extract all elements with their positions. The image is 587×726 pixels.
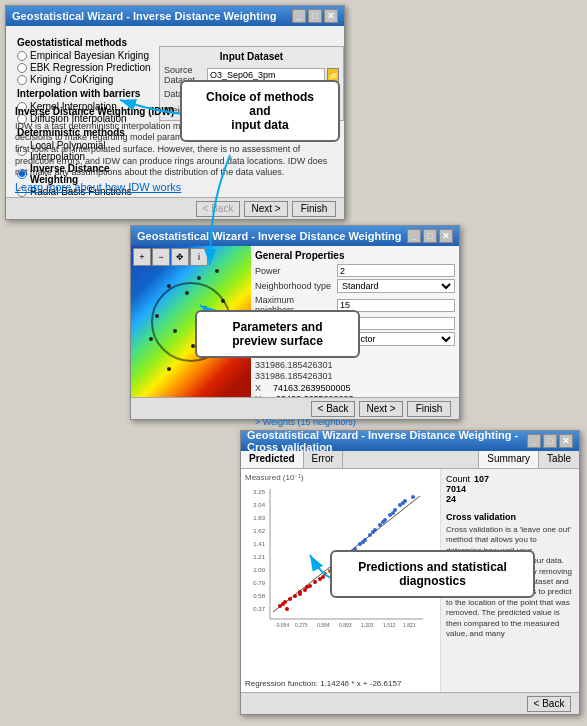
svg-point-51	[321, 575, 325, 579]
win1-close[interactable]: ✕	[324, 9, 338, 23]
svg-point-24	[293, 594, 297, 598]
svg-point-39	[368, 533, 372, 537]
win3-tab-bar: Predicted Error Summary Table	[241, 451, 579, 469]
win1-controls[interactable]: _ □ ✕	[292, 9, 338, 23]
svg-text:2.04: 2.04	[253, 502, 265, 508]
svg-point-55	[361, 540, 365, 544]
x-coord-value: 74163.2639500005	[273, 383, 351, 393]
win2-controls[interactable]: _ □ ✕	[407, 229, 453, 243]
callout-diagnostics-text: Predictions and statisticaldiagnostics	[358, 560, 507, 588]
callout-diagnostics: Predictions and statisticaldiagnostics	[330, 550, 535, 598]
win2-back-button[interactable]: < Back	[311, 401, 355, 417]
tab-error[interactable]: Error	[304, 451, 343, 468]
svg-point-57	[381, 520, 385, 524]
neighborhood-label: Neighborhood type	[255, 281, 335, 291]
svg-text:0.275: 0.275	[295, 622, 308, 628]
svg-text:0.584: 0.584	[317, 622, 330, 628]
win3-back-button[interactable]: < Back	[527, 696, 571, 712]
svg-text:0.79: 0.79	[253, 580, 265, 586]
svg-point-23	[288, 597, 292, 601]
win3-close[interactable]: ✕	[559, 434, 573, 448]
svg-text:0.58: 0.58	[253, 593, 265, 599]
win1-finish-button[interactable]: Finish	[292, 201, 336, 217]
input-dataset-title: Input Dataset	[164, 51, 339, 62]
win3-maximize[interactable]: □	[543, 434, 557, 448]
win1-next-button[interactable]: Next >	[244, 201, 288, 217]
callout-methods: Choice of methods andinput data	[180, 80, 340, 142]
win2-next-button[interactable]: Next >	[359, 401, 403, 417]
svg-point-58	[391, 511, 395, 515]
svg-text:1.821: 1.821	[403, 622, 416, 628]
callout-parameters: Parameters andpreview surface	[195, 310, 360, 358]
svg-point-28	[313, 580, 317, 584]
power-input[interactable]	[337, 264, 455, 277]
val2: 24	[446, 494, 456, 504]
svg-text:1.00: 1.00	[253, 567, 265, 573]
right-tabs: Summary Table	[478, 451, 579, 468]
svg-text:1.512: 1.512	[383, 622, 396, 628]
svg-text:1.62: 1.62	[253, 528, 265, 534]
win3-title: Geostatistical Wizard - Inverse Distance…	[247, 429, 527, 453]
win2-finish-button[interactable]: Finish	[407, 401, 451, 417]
win2-minimize[interactable]: _	[407, 229, 421, 243]
radio-kriging[interactable]: Kriging / CoKriging	[17, 74, 157, 85]
win1-maximize[interactable]: □	[308, 9, 322, 23]
win2-footer: < Back Next > Finish	[131, 397, 459, 419]
x-coord-label: X	[255, 383, 273, 393]
neighborhood-select[interactable]: Standard	[337, 279, 455, 293]
svg-text:1.21: 1.21	[253, 554, 265, 560]
geostatistical-section-title: Geostatistical methods	[17, 37, 157, 48]
win1-titlebar: Geostatistical Wizard - Inverse Distance…	[6, 6, 344, 26]
svg-text:-0.054: -0.054	[275, 622, 289, 628]
callout-parameters-text: Parameters andpreview surface	[232, 320, 323, 348]
svg-point-47	[285, 607, 289, 611]
y-axis-label: Measured (10⁻¹)	[245, 473, 436, 482]
win3-controls[interactable]: _ □ ✕	[527, 434, 573, 448]
callout-methods-text: Choice of methods andinput data	[206, 90, 314, 132]
interpolation-section-title: Interpolation with barriers	[17, 88, 157, 99]
svg-text:0.37: 0.37	[253, 606, 265, 612]
cross-validation-title: Cross validation	[446, 512, 574, 522]
svg-point-56	[371, 530, 375, 534]
svg-point-59	[401, 501, 405, 505]
radio-ebk[interactable]: Empirical Bayesian Kriging	[17, 50, 157, 61]
win1-title: Geostatistical Wizard - Inverse Distance…	[12, 10, 276, 22]
svg-text:1.41: 1.41	[253, 541, 265, 547]
svg-point-49	[298, 590, 302, 594]
svg-text:1.203: 1.203	[361, 622, 374, 628]
win2-close[interactable]: ✕	[439, 229, 453, 243]
tab-table[interactable]: Table	[538, 451, 579, 468]
tab-summary[interactable]: Summary	[478, 451, 538, 468]
learn-more-link[interactable]: Learn more about how IDW works	[15, 181, 181, 193]
radio-ebk-reg[interactable]: EBK Regression Prediction	[17, 62, 157, 73]
general-properties-title: General Properties	[255, 250, 455, 261]
count-label: Count	[446, 474, 470, 484]
count-table: Count 107 7014 24	[446, 474, 574, 504]
win3-titlebar: Geostatistical Wizard - Inverse Distance…	[241, 431, 579, 451]
tab-predicted[interactable]: Predicted	[241, 451, 304, 468]
svg-point-41	[378, 523, 382, 527]
regression-formula: Regression function: 1.14246 * x + -26.6…	[245, 679, 401, 688]
val1: 7014	[446, 484, 466, 494]
x2-val: 331986.185426301	[255, 371, 455, 381]
win3-minimize[interactable]: _	[527, 434, 541, 448]
count-value: 107	[474, 474, 489, 484]
svg-point-50	[305, 585, 309, 589]
power-label: Power	[255, 266, 335, 276]
win2-title: Geostatistical Wizard - Inverse Distance…	[137, 230, 401, 242]
svg-text:2.25: 2.25	[253, 489, 265, 495]
svg-text:0.893: 0.893	[339, 622, 352, 628]
svg-text:1.83: 1.83	[253, 515, 265, 521]
win2-titlebar: Geostatistical Wizard - Inverse Distance…	[131, 226, 459, 246]
win2-maximize[interactable]: □	[423, 229, 437, 243]
win1-footer: < Back Next > Finish	[6, 197, 344, 219]
svg-point-60	[411, 495, 415, 499]
svg-point-48	[281, 602, 285, 606]
win1-minimize[interactable]: _	[292, 9, 306, 23]
win1-back-button[interactable]: < Back	[196, 201, 240, 217]
win3-footer: < Back	[241, 692, 579, 714]
x1-val: 331986.185426301	[255, 360, 455, 370]
